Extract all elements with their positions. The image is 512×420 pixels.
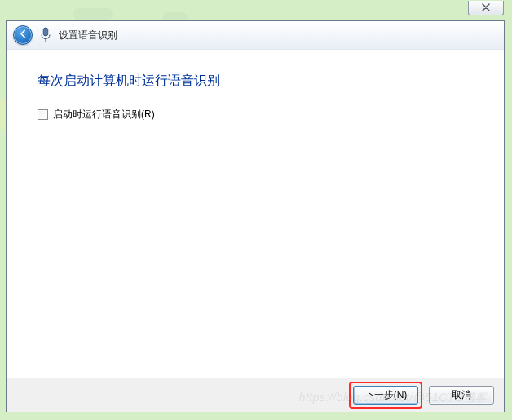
wizard-footer: 下一步(N) 取消 (7, 378, 504, 412)
checkbox-label: 启动时运行语音识别(R) (53, 108, 155, 122)
cancel-button[interactable]: 取消 (429, 386, 494, 405)
microphone-icon (38, 26, 53, 44)
arrow-left-icon (18, 29, 29, 42)
annotation-highlight: 下一步(N) (349, 382, 422, 409)
page-heading: 每次启动计算机时运行语音识别 (38, 73, 473, 90)
wizard-window: 设置语音识别 每次启动计算机时运行语音识别 启动时运行语音识别(R) 下一步(N… (6, 20, 505, 412)
svg-rect-0 (43, 28, 48, 36)
close-icon (481, 2, 491, 14)
background-blur-shape (73, 8, 113, 20)
back-button[interactable] (13, 25, 33, 45)
next-button[interactable]: 下一步(N) (353, 386, 418, 405)
wizard-title: 设置语音识别 (59, 29, 117, 42)
checkbox-icon (38, 109, 48, 120)
window-close-button[interactable] (468, 1, 504, 15)
wizard-body: 每次启动计算机时运行语音识别 启动时运行语音识别(R) (7, 50, 504, 378)
wizard-header: 设置语音识别 (7, 21, 504, 50)
background-blur-shape (0, 98, 5, 130)
run-at-startup-checkbox[interactable]: 启动时运行语音识别(R) (38, 108, 473, 122)
